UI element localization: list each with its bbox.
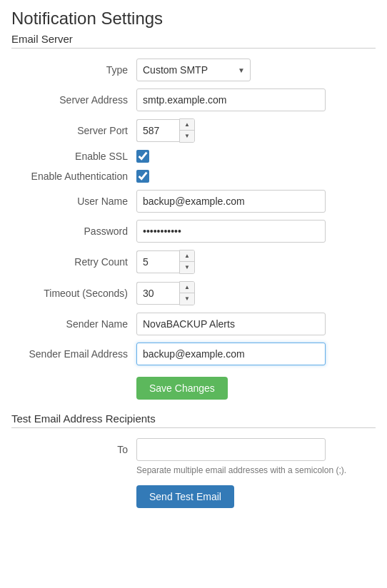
- to-input[interactable]: [136, 438, 326, 461]
- enable-ssl-checkbox[interactable]: [136, 150, 149, 163]
- sender-email-label: Sender Email Address: [11, 348, 136, 360]
- save-changes-button[interactable]: Save Changes: [136, 377, 228, 400]
- server-port-input[interactable]: [136, 119, 179, 142]
- to-row: To: [11, 438, 376, 461]
- sender-email-row: Sender Email Address: [11, 343, 376, 365]
- sender-name-label: Sender Name: [11, 318, 136, 330]
- password-input[interactable]: [136, 220, 326, 243]
- password-label: Password: [11, 225, 136, 237]
- server-port-label: Server Port: [11, 125, 136, 136]
- password-row: Password: [11, 220, 376, 243]
- username-input[interactable]: [136, 190, 326, 213]
- sender-email-input[interactable]: [136, 343, 326, 365]
- timeout-down-button[interactable]: ▼: [180, 293, 194, 305]
- username-row: User Name: [11, 190, 376, 213]
- type-label: Type: [11, 64, 136, 76]
- sender-name-input[interactable]: [136, 313, 326, 335]
- server-port-spinner-buttons: ▲ ▼: [179, 118, 195, 143]
- test-email-section-title: Test Email Address Recipients: [11, 412, 376, 428]
- retry-count-down-button[interactable]: ▼: [180, 262, 194, 273]
- server-port-spinner: ▲ ▼: [136, 118, 195, 143]
- send-test-email-button[interactable]: Send Test Email: [136, 485, 234, 508]
- timeout-up-button[interactable]: ▲: [180, 282, 194, 293]
- retry-count-input[interactable]: [136, 250, 179, 273]
- server-address-label: Server Address: [11, 94, 136, 106]
- server-address-row: Server Address: [11, 88, 376, 111]
- retry-count-row: Retry Count ▲ ▼: [11, 250, 376, 274]
- retry-count-spinner: ▲ ▼: [136, 250, 195, 274]
- to-label: To: [11, 444, 136, 455]
- enable-auth-label: Enable Authentication: [11, 171, 136, 182]
- email-server-section: Email Server Type Custom SMTP Gmail Offi…: [11, 33, 376, 400]
- enable-auth-checkbox[interactable]: [136, 170, 149, 183]
- server-port-row: Server Port ▲ ▼: [11, 118, 376, 143]
- type-select[interactable]: Custom SMTP Gmail Office 365: [136, 59, 251, 81]
- timeout-input[interactable]: [136, 282, 179, 305]
- test-email-section: Test Email Address Recipients To Separat…: [11, 412, 376, 508]
- enable-auth-row: Enable Authentication: [11, 170, 376, 183]
- email-server-section-title: Email Server: [11, 33, 376, 49]
- username-label: User Name: [11, 196, 136, 207]
- server-port-down-button[interactable]: ▼: [180, 131, 194, 142]
- timeout-spinner-buttons: ▲ ▼: [179, 281, 195, 305]
- retry-count-spinner-buttons: ▲ ▼: [179, 250, 195, 274]
- sender-name-row: Sender Name: [11, 313, 376, 335]
- type-select-wrap: Custom SMTP Gmail Office 365 ▼: [136, 59, 251, 81]
- enable-ssl-label: Enable SSL: [11, 151, 136, 162]
- email-hint: Separate multiple email addresses with a…: [136, 465, 376, 475]
- type-row: Type Custom SMTP Gmail Office 365 ▼: [11, 59, 376, 81]
- retry-count-label: Retry Count: [11, 256, 136, 268]
- enable-ssl-row: Enable SSL: [11, 150, 376, 163]
- server-port-up-button[interactable]: ▲: [180, 119, 194, 131]
- timeout-spinner: ▲ ▼: [136, 281, 195, 305]
- timeout-row: Timeout (Seconds) ▲ ▼: [11, 281, 376, 305]
- server-address-input[interactable]: [136, 88, 326, 111]
- retry-count-up-button[interactable]: ▲: [180, 250, 194, 262]
- timeout-label: Timeout (Seconds): [11, 288, 136, 299]
- page-title: Notification Settings: [11, 9, 376, 29]
